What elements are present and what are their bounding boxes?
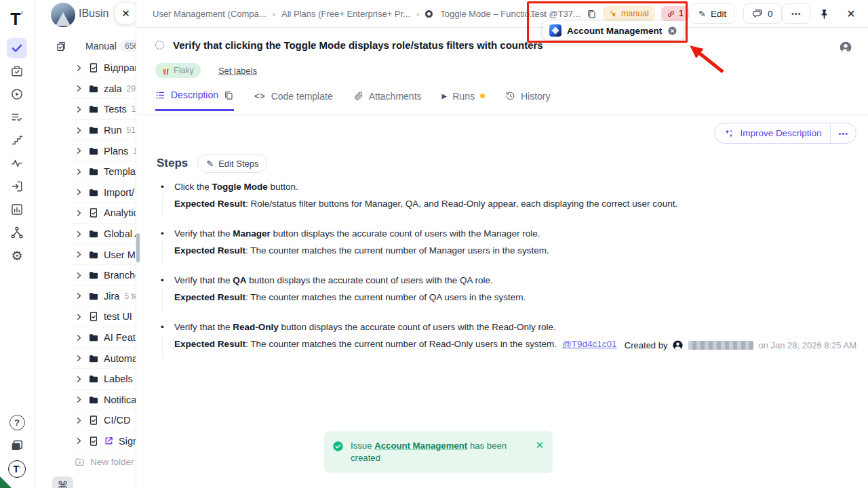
popcorn-icon (162, 66, 170, 75)
tab-runs[interactable]: ▶ Runs (442, 89, 485, 111)
nav-settings-icon[interactable]: ⚙ (8, 247, 26, 264)
breadcrumb-project[interactable]: User Management (Compa... (153, 9, 267, 19)
folder-icon (88, 83, 99, 94)
file-check-icon (88, 62, 99, 73)
tree-item[interactable]: Run51 (34, 120, 136, 141)
tab-code-template[interactable]: <> Code template (254, 89, 333, 111)
tab-attachments[interactable]: Attachments (353, 89, 422, 111)
nav-branch-icon[interactable] (8, 224, 26, 241)
remove-issue-icon[interactable] (667, 26, 677, 36)
breadcrumb-test-ref[interactable]: Test @T37... (530, 9, 580, 19)
tree-item[interactable]: Analytic (34, 203, 136, 224)
folder-icon (88, 166, 99, 177)
tree-item[interactable]: Import/ (34, 182, 136, 203)
help-icon[interactable]: ? (9, 415, 25, 430)
chevron-right-icon (75, 250, 83, 259)
test-detail-panel: User Management (Compa... › All Plans (F… (136, 0, 868, 488)
improve-more-button[interactable]: ••• (831, 129, 856, 138)
profile-logo-icon[interactable]: T' (8, 460, 26, 478)
flaky-badge[interactable]: Flaky (155, 63, 201, 78)
new-folder-button[interactable]: New folder (34, 451, 136, 472)
nav-import-icon[interactable] (8, 178, 26, 195)
sparkles-icon (724, 128, 734, 139)
breadcrumb-suite[interactable]: Toggle Mode – Functio... (440, 9, 536, 19)
tree-scrollbar[interactable] (136, 233, 140, 262)
nav-analytics-icon[interactable] (8, 201, 26, 218)
file-check-icon (88, 436, 99, 447)
shared-link-icon (104, 436, 114, 446)
suite-icon (425, 10, 433, 18)
manual-section-row[interactable]: Manual 656 (34, 38, 136, 57)
toast-message: Issue Account Management has been create… (351, 440, 517, 464)
more-actions-button[interactable]: ••• (782, 3, 811, 24)
folder-tree-panel: IBusin ✕ Manual 656 Відправ zala29 Tests… (34, 0, 136, 488)
tree-item[interactable]: Відправ (34, 58, 136, 79)
workspace-avatar[interactable] (51, 3, 75, 27)
improve-description-button[interactable]: Improve Description ••• (714, 123, 856, 144)
tree-item[interactable]: zala29 (34, 79, 136, 100)
nav-suites-icon[interactable] (8, 62, 26, 80)
folder-icon (88, 104, 99, 115)
assignee-avatar-icon[interactable] (839, 41, 852, 54)
tree-item[interactable]: Plans1 (34, 140, 136, 161)
nav-steps-icon[interactable] (8, 131, 26, 149)
link-icon (667, 9, 675, 18)
nav-checklist-icon[interactable] (8, 108, 26, 126)
chevron-right-icon (75, 354, 83, 363)
code-icon: <> (254, 92, 266, 101)
created-by-row: Created by on Jan 28, 2026 8:25 AM (625, 340, 856, 351)
tree-item[interactable]: Global A (34, 224, 136, 245)
test-status-icon[interactable] (155, 41, 164, 49)
tree-item[interactable]: test UI (34, 306, 136, 327)
projects-icon[interactable] (0, 438, 34, 453)
tree-item[interactable]: Automa (34, 348, 136, 369)
play-icon: ▶ (442, 92, 448, 100)
workspace-title: IBusin (79, 7, 108, 20)
linked-issues-badge[interactable]: 1 (661, 6, 689, 21)
success-check-icon (332, 441, 344, 452)
tree-item[interactable]: AI Featu (34, 327, 136, 348)
tree-item[interactable]: Jira5 te (34, 286, 136, 307)
copy-icon[interactable] (587, 9, 597, 19)
chevron-right-icon (75, 146, 83, 155)
test-ref-link[interactable]: @T9d4c1c01 (562, 339, 617, 349)
comments-button[interactable]: 0 (743, 3, 782, 24)
close-panel-icon[interactable]: ✕ (843, 5, 859, 22)
tab-history[interactable]: History (505, 89, 551, 111)
edit-steps-button[interactable]: ✎ Edit Steps (197, 154, 267, 173)
nav-tests-icon[interactable] (7, 38, 27, 58)
edit-button[interactable]: ✎ Edit (690, 3, 735, 24)
file-check-icon (88, 311, 99, 322)
toast-issue-link[interactable]: Account Management (374, 441, 467, 451)
breadcrumb-plan[interactable]: All Plans (Free+ Enterprise+ Pr... (281, 9, 410, 19)
set-labels-link[interactable]: Set labels (218, 66, 257, 76)
chevron-right-icon (75, 126, 83, 135)
file-check-icon (88, 415, 99, 426)
linked-issue-title[interactable]: Account Management (567, 26, 662, 36)
command-key-badge: ⌘ (52, 476, 73, 488)
tree-item[interactable]: Sign (34, 431, 136, 452)
manual-section-icon (56, 41, 67, 52)
tree-item[interactable]: Notifica (34, 390, 136, 411)
folder-icon (88, 125, 99, 136)
app-logo[interactable]: T' (0, 9, 34, 29)
manual-status-badge[interactable]: manual (603, 6, 655, 21)
nav-runs-icon[interactable] (8, 85, 26, 103)
pin-icon[interactable] (816, 5, 832, 22)
tree-item[interactable]: Templat (34, 161, 136, 182)
tree-item[interactable]: User Ma (34, 244, 136, 265)
tree-items: Відправ zala29 Tests1 Run51 Plans1 Templ… (34, 58, 136, 472)
copy-icon[interactable] (224, 90, 234, 100)
tree-item[interactable]: CI/CD (34, 410, 136, 431)
tree-item[interactable]: Labels & (34, 369, 136, 390)
tab-description[interactable]: Description (155, 89, 234, 111)
tree-item[interactable]: Tests1 (34, 99, 136, 120)
folder-icon (88, 373, 99, 384)
nav-activity-icon[interactable] (8, 155, 26, 172)
folder-icon (88, 291, 99, 302)
chevron-right-icon (75, 375, 83, 384)
tree-item[interactable]: Branche (34, 265, 136, 286)
chevron-right-icon (75, 271, 83, 280)
toast-close-icon[interactable]: ✕ (535, 440, 544, 464)
drawer-close-button[interactable]: ✕ (115, 3, 136, 24)
